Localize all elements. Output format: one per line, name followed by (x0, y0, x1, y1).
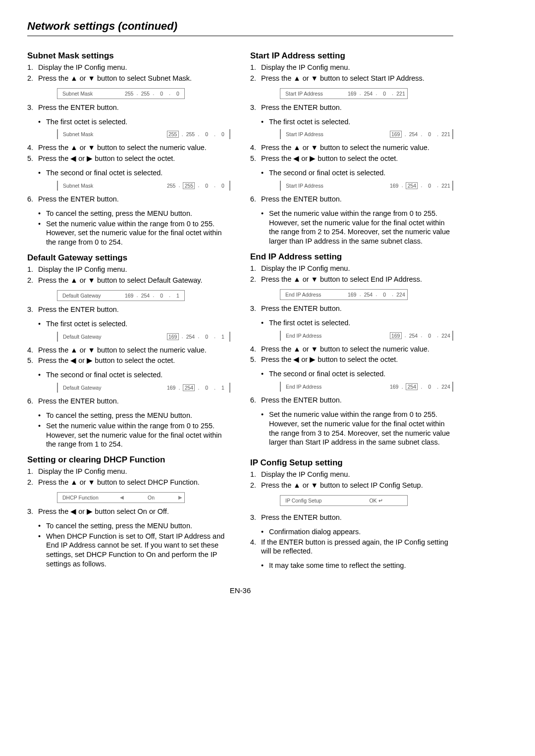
up-icon: ▲ (70, 143, 77, 152)
osd-endip-sel2: End IP Address 169.254.0.224 (280, 382, 453, 392)
osd-dhcp: DHCP Function ◀ On ▶ (57, 492, 185, 503)
step-text: Display the IP Config menu. (38, 63, 230, 72)
step-text: Press the ▲ or ▼ button to select IP Con… (261, 481, 453, 490)
section-title-dhcp: Setting or clearing DHCP Function (27, 455, 230, 465)
step-text: Press the ▲ or ▼ button to select the nu… (38, 143, 230, 152)
osd-startip-sel2: Start IP Address 169.254.0.221 (280, 181, 453, 191)
osd-startip-sel1: Start IP Address 169.254.0.221 (280, 129, 453, 139)
bullet: The second or final octet is selected. (261, 369, 453, 379)
bullet: Set the numeric value within the range f… (38, 219, 230, 248)
osd-startip-framed: Start IP Address 169.254.0.221 (280, 88, 408, 99)
bullet: Set the numeric value within the range f… (261, 410, 453, 447)
step-text: Display the IP Config menu. (38, 265, 230, 274)
section-title-endip: End IP Address setting (250, 252, 453, 262)
bullet: To cancel the setting, press the MENU bu… (38, 521, 230, 531)
section-title-subnet: Subnet Mask settings (27, 51, 230, 61)
step-text: Display the IP Config menu. (38, 467, 230, 476)
step-text: Display the IP Config menu. (261, 470, 453, 479)
section-title-ipconfig: IP Config Setup setting (250, 458, 453, 468)
step-text: Press the ENTER button. (261, 195, 453, 204)
step-text: Press the ◀ or ▶ button to select the oc… (38, 356, 230, 365)
page-title: Network settings (continued) (27, 20, 453, 36)
step-text: Press the ◀ or ▶ button to select the oc… (38, 154, 230, 163)
bullet: Set the numeric value within the range f… (261, 209, 453, 246)
step-text: Press the ▲ or ▼ button to select the nu… (261, 143, 453, 152)
step-text: Press the ENTER button. (38, 305, 230, 314)
down-icon: ▼ (88, 143, 95, 152)
left-column: Subnet Mask settings 1.Display the IP Co… (27, 45, 230, 571)
bullet: The first octet is selected. (261, 117, 453, 127)
step-text: Press the ENTER button. (38, 397, 230, 406)
osd-subnet-sel1: Subnet Mask 255.255.0.0 (57, 129, 230, 139)
osd-endip-sel1: End IP Address 169.254.0.224 (280, 331, 453, 341)
step-text: Press the ENTER button. (261, 103, 453, 112)
step-text: Press the ENTER button. (261, 304, 453, 313)
section-title-startip: Start IP Address setting (250, 51, 453, 61)
page-number: EN-36 (27, 586, 453, 595)
step-text: Press the ENTER button. (261, 513, 453, 522)
bullet: The second or final octet is selected. (261, 168, 453, 178)
bullet: Set the numeric value within the range f… (38, 421, 230, 450)
step-text: Press the ENTER button. (261, 396, 453, 405)
right-column: Start IP Address setting 1.Display the I… (250, 45, 453, 571)
step-text: Press the ▲ or ▼ button to select Defaul… (38, 276, 230, 285)
step-text: Press the ◀ or ▶ button to select the oc… (261, 154, 453, 163)
osd-subnet-sel2: Subnet Mask 255.255.0.0 (57, 181, 230, 191)
left-icon: ◀ (120, 495, 124, 500)
bullet: Confirmation dialog appears. (261, 527, 453, 537)
step-text: Display the IP Config menu. (261, 63, 453, 72)
step-text: Display the IP Config menu. (261, 264, 453, 273)
right-icon: ▶ (178, 495, 182, 500)
bullet: The first octet is selected. (38, 319, 230, 329)
step-text: Press the ENTER button. (38, 103, 230, 112)
osd-gateway-framed: Default Gateway 169.254.0.1 (57, 290, 185, 301)
left-icon: ◀ (70, 154, 76, 163)
step-text: Press the ▲ or ▼ button to select DHCP F… (38, 478, 230, 487)
osd-ipconfig: IP Config Setup OK ↵ (280, 495, 408, 506)
columns: Subnet Mask settings 1.Display the IP Co… (27, 45, 453, 571)
bullet: The first octet is selected. (38, 117, 230, 127)
osd-label: Subnet Mask (59, 90, 123, 98)
step-text: Press the ▲ or ▼ button to select End IP… (261, 275, 453, 284)
step-text: Press the ▲ or ▼ button to select the nu… (261, 345, 453, 354)
bullet: The second or final octet is selected. (38, 370, 230, 380)
step-text: Press the ◀ or ▶ button select On or Off… (38, 507, 230, 516)
osd-gateway-sel1: Default Gateway 169.254.0.1 (57, 332, 230, 342)
step-text: Press the ▲ or ▼ button to select the nu… (38, 346, 230, 355)
bullet: The second or final octet is selected. (38, 168, 230, 178)
step-text: If the ENTER button is pressed again, th… (261, 538, 453, 556)
up-icon: ▲ (70, 74, 77, 83)
step-text: Press the ◀ or ▶ button to select the oc… (261, 355, 453, 364)
osd-gateway-sel2: Default Gateway 169.254.0.1 (57, 383, 230, 393)
bullet: The first octet is selected. (261, 318, 453, 328)
bullet: When DHCP Function is set to Off, Start … (38, 532, 230, 569)
steps-subnet: 1.Display the IP Config menu. 2.Press th… (27, 63, 230, 83)
down-icon: ▼ (88, 74, 95, 83)
bullet: To cancel the setting, press the MENU bu… (38, 411, 230, 420)
right-icon: ▶ (87, 154, 93, 163)
step-text: Press the ▲ or ▼ button to select Start … (261, 74, 453, 83)
step-text: Press the ENTER button. (38, 195, 230, 204)
section-title-gateway: Default Gateway settings (27, 253, 230, 263)
bullet: It may take some time to reflect the set… (261, 561, 453, 570)
osd-endip-framed: End IP Address 169.254.0.224 (280, 289, 408, 300)
step-text: Press the ▲ or ▼ button to select Subnet… (38, 74, 230, 83)
osd-subnet-framed: Subnet Mask 255.255.0.0 (57, 88, 185, 99)
bullet: To cancel the setting, press the MENU bu… (38, 209, 230, 218)
